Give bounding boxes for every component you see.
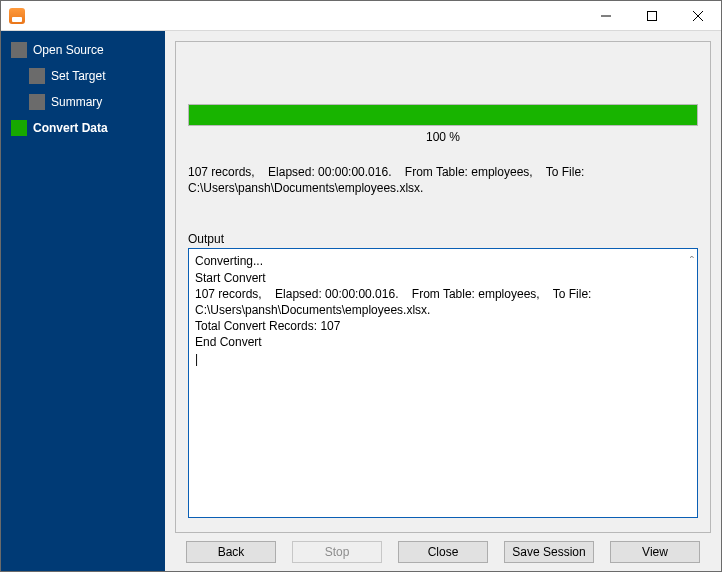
output-section-label: Output [188, 232, 698, 246]
output-text: Converting... Start Convert 107 records,… [195, 254, 595, 365]
nav-label: Set Target [51, 69, 105, 83]
stop-button: Stop [292, 541, 382, 563]
scroll-hint-icon: ‹ [685, 256, 697, 259]
save-session-button[interactable]: Save Session [504, 541, 594, 563]
nav-label: Open Source [33, 43, 104, 57]
progress-percent-label: 100 % [188, 130, 698, 144]
step-box-icon [11, 42, 27, 58]
progress-bar [188, 104, 698, 126]
window-minimize-button[interactable] [583, 1, 629, 31]
minimize-icon [601, 11, 611, 21]
view-button[interactable]: View [610, 541, 700, 563]
svg-rect-0 [648, 11, 657, 20]
output-log[interactable]: ‹Converting... Start Convert 107 records… [188, 248, 698, 518]
back-button[interactable]: Back [186, 541, 276, 563]
nav-label: Summary [51, 95, 102, 109]
step-box-icon [11, 120, 27, 136]
nav-open-source[interactable]: Open Source [1, 37, 165, 63]
content-panel: 100 % 107 records, Elapsed: 00:00:00.016… [175, 41, 711, 533]
app-icon [9, 8, 25, 24]
nav-set-target[interactable]: Set Target [1, 63, 165, 89]
close-button[interactable]: Close [398, 541, 488, 563]
nav-summary[interactable]: Summary [1, 89, 165, 115]
window-titlebar [1, 1, 721, 31]
wizard-sidebar: Open Source Set Target Summary Convert D… [1, 31, 165, 571]
wizard-button-row: Back Stop Close Save Session View [175, 533, 711, 563]
progress-fill [189, 105, 697, 125]
maximize-icon [647, 11, 657, 21]
close-icon [693, 11, 703, 21]
step-box-icon [29, 94, 45, 110]
nav-convert-data[interactable]: Convert Data [1, 115, 165, 141]
step-box-icon [29, 68, 45, 84]
conversion-summary-text: 107 records, Elapsed: 00:00:00.016. From… [188, 164, 698, 196]
window-maximize-button[interactable] [629, 1, 675, 31]
nav-label: Convert Data [33, 121, 108, 135]
main-pane: 100 % 107 records, Elapsed: 00:00:00.016… [165, 31, 721, 571]
window-close-button[interactable] [675, 1, 721, 31]
